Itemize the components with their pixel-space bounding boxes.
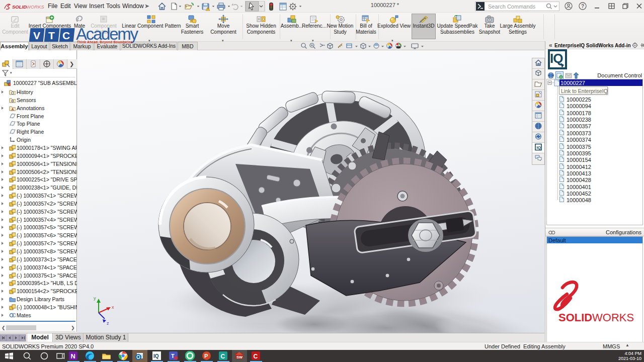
svg-text:V: V: [33, 30, 40, 41]
svg-text:?: ?: [581, 4, 584, 9]
svg-text:IQ: IQ: [153, 353, 159, 359]
svg-text:C: C: [221, 353, 225, 360]
svg-text:T: T: [171, 353, 175, 359]
svg-text:SOLID: SOLID: [558, 311, 592, 324]
svg-text:C: C: [254, 353, 258, 360]
svg-text:A: A: [12, 107, 14, 111]
svg-text:SW: SW: [236, 355, 243, 359]
svg-text:IQ: IQ: [537, 145, 541, 150]
svg-text:C: C: [62, 30, 70, 41]
svg-text:y: y: [94, 296, 96, 301]
svg-text:z: z: [107, 321, 109, 326]
svg-text:N: N: [71, 352, 75, 360]
svg-text:Think Ahead, Beyond Boundaries: Think Ahead, Beyond Boundaries: [77, 40, 132, 44]
svg-text:SOLID: SOLID: [12, 4, 27, 10]
svg-text:P: P: [204, 353, 208, 359]
svg-text:WORKS: WORKS: [26, 4, 45, 10]
svg-text:T: T: [48, 30, 55, 41]
svg-text:WORKS: WORKS: [592, 311, 634, 324]
svg-text:x: x: [112, 305, 114, 310]
